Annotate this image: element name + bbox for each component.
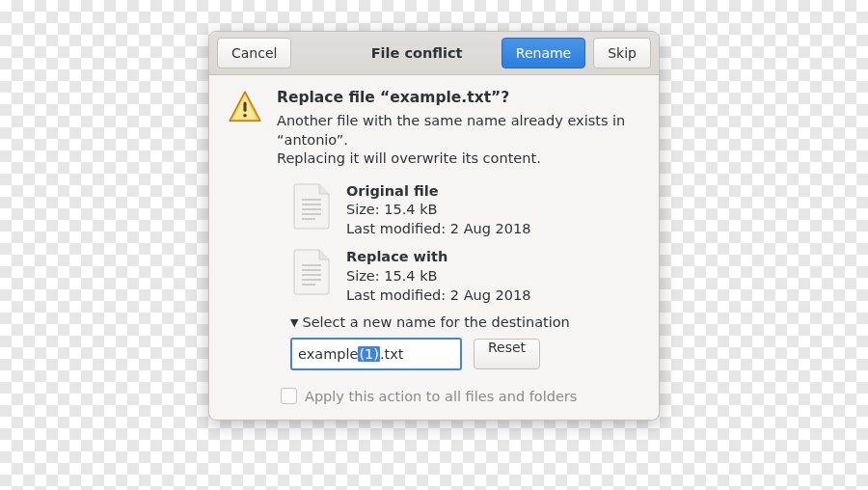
replacement-size: Size: 15.4 kB bbox=[346, 267, 530, 286]
file-conflict-dialog: Cancel File conflict Rename Skip Replace… bbox=[208, 31, 660, 421]
file-icon bbox=[292, 182, 333, 239]
original-modified: Last modified: 2 Aug 2018 bbox=[346, 220, 530, 239]
dialog-title: File conflict bbox=[339, 45, 493, 61]
dialog-header: Cancel File conflict Rename Skip bbox=[209, 32, 659, 75]
replacement-modified: Last modified: 2 Aug 2018 bbox=[346, 286, 530, 306]
cancel-button[interactable]: Cancel bbox=[217, 38, 291, 68]
reset-button[interactable]: Reset bbox=[474, 339, 540, 369]
original-size: Size: 15.4 kB bbox=[346, 201, 530, 220]
apply-all-checkbox[interactable] bbox=[281, 388, 297, 404]
warning-icon bbox=[227, 89, 263, 404]
chevron-down-icon: ▼ bbox=[290, 316, 298, 329]
file-icon bbox=[292, 248, 333, 305]
rename-expander[interactable]: ▼ Select a new name for the destination bbox=[290, 314, 641, 330]
svg-rect-0 bbox=[243, 101, 246, 111]
original-file-row: Original file Size: 15.4 kB Last modifie… bbox=[292, 182, 641, 239]
rename-button[interactable]: Rename bbox=[502, 38, 585, 68]
replacement-file-row: Replace with Size: 15.4 kB Last modified… bbox=[292, 248, 641, 305]
svg-point-1 bbox=[243, 114, 247, 118]
expander-label: Select a new name for the destination bbox=[302, 314, 569, 330]
prompt-heading: Replace file “example.txt”? bbox=[277, 89, 641, 106]
skip-button[interactable]: Skip bbox=[593, 38, 651, 68]
original-label: Original file bbox=[346, 183, 438, 199]
new-name-input[interactable]: example(1).txt bbox=[290, 338, 462, 370]
replacement-label: Replace with bbox=[346, 249, 448, 264]
prompt-description: Another file with the same name already … bbox=[277, 112, 641, 169]
apply-all-label: Apply this action to all files and folde… bbox=[305, 389, 577, 404]
selection: (1) bbox=[358, 346, 380, 362]
